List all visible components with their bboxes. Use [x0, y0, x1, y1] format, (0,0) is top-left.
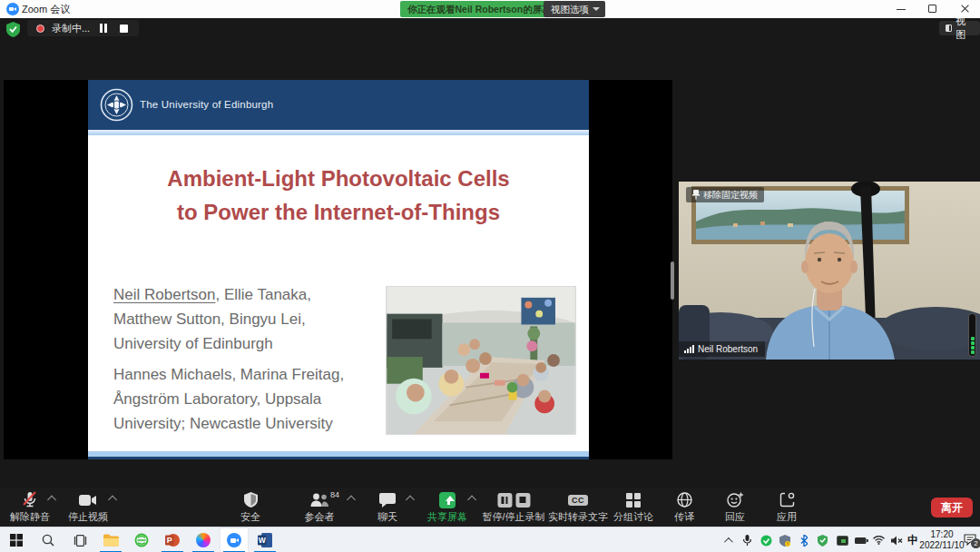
slide-footer-line: [88, 457, 589, 459]
pause-stop-recording-button[interactable]: 暂停/停止录制: [482, 491, 544, 524]
audio-level-meter: [968, 313, 976, 357]
authors-line: University; Newcastle University: [113, 411, 344, 436]
share-screen-icon: [439, 492, 456, 508]
search-icon: [42, 534, 54, 547]
participants-options-chevron[interactable]: [347, 496, 356, 505]
authors-line: Matthew Sutton, Bingyu Lei,: [113, 307, 344, 331]
file-explorer-button[interactable]: [96, 527, 125, 552]
remove-pin-button[interactable]: 移除固定视频: [686, 187, 764, 202]
slide-header-divider: [88, 130, 589, 135]
participant-name: Neil Robertson: [698, 344, 758, 354]
recording-label: 录制中...: [52, 22, 90, 35]
chat-options-chevron[interactable]: [406, 496, 415, 505]
tray-sync-app-icon[interactable]: [759, 527, 773, 552]
reactions-button[interactable]: 回应: [725, 491, 745, 524]
taskbar-clock[interactable]: 17:20 2022/11/10: [918, 529, 965, 551]
presenter-name: Neil Robertson: [113, 286, 215, 303]
participants-label: 参会者: [305, 510, 335, 524]
breakout-grid-icon: [626, 493, 641, 508]
chat-label: 聊天: [377, 510, 397, 524]
view-options-label: 视图选项: [551, 4, 589, 15]
authors-line: University of Edinburgh: [113, 331, 344, 356]
slide-title-line1: Ambient-Light Photovoltaic Cells: [88, 162, 589, 195]
stop-video-button[interactable]: 停止视频: [68, 491, 108, 524]
participants-icon: [309, 493, 329, 508]
close-button[interactable]: [951, 0, 978, 18]
window-title: Zoom 会议: [22, 3, 70, 16]
notification-center-button[interactable]: 2: [964, 533, 976, 549]
pause-record-icon: [497, 493, 512, 508]
view-layout-label: 视图: [956, 15, 974, 42]
view-layout-icon: [946, 25, 952, 32]
share-options-chevron[interactable]: [467, 496, 476, 505]
stop-recording-button[interactable]: [117, 22, 130, 34]
apps-icon: [779, 492, 795, 508]
zoom-app-icon: [227, 533, 241, 547]
reactions-label: 回应: [725, 510, 745, 524]
minimize-button[interactable]: [887, 0, 915, 18]
word-icon: W: [258, 533, 272, 547]
recording-indicator: 录制中...: [27, 20, 139, 36]
speaker-video-tile[interactable]: 移除固定视频 Neil Robertson: [679, 182, 980, 360]
word-button[interactable]: W: [250, 527, 279, 552]
security-label: 安全: [240, 510, 260, 524]
chat-button[interactable]: 聊天: [377, 491, 397, 524]
taskbar-search-button[interactable]: [34, 527, 63, 552]
tray-expand-button[interactable]: [720, 527, 734, 552]
security-shield-icon[interactable]: [6, 22, 20, 37]
pause-recording-button[interactable]: [97, 22, 110, 34]
slide-header-band: The University of Edinburgh: [88, 80, 589, 130]
maximize-button[interactable]: [919, 0, 946, 18]
authors-line: Hannes Michaels, Marina Freitag,: [113, 362, 344, 387]
task-view-icon: [74, 535, 87, 547]
start-button[interactable]: [2, 527, 31, 552]
live-transcription-button[interactable]: CC 实时转录文字: [548, 491, 608, 524]
tray-bluetooth-icon[interactable]: [797, 527, 811, 552]
powerpoint-icon: P: [165, 533, 180, 547]
slide-authors: Neil Robertson, Ellie Tanaka, Matthew Su…: [113, 282, 344, 436]
unmute-button[interactable]: 解除静音: [10, 491, 50, 524]
participant-name-label: Neil Robertson: [679, 341, 765, 357]
slide-title-line2: to Power the Internet-of-Things: [88, 195, 589, 229]
view-options-button[interactable]: 视图选项: [544, 1, 605, 17]
participants-count: 84: [330, 490, 339, 499]
security-button[interactable]: 安全: [240, 491, 260, 524]
internet-explorer-icon: [134, 533, 149, 547]
share-screen-button[interactable]: 共享屏幕: [427, 491, 467, 524]
clock-date: 2022/11/10: [918, 540, 965, 551]
breakout-rooms-button[interactable]: 分组讨论: [613, 491, 653, 524]
group-photo: [386, 286, 576, 435]
powerpoint-button[interactable]: P: [158, 527, 187, 552]
tray-antivirus-shield-icon[interactable]: [815, 527, 829, 552]
zoom-logo-icon: [6, 3, 19, 15]
zoom-app-button[interactable]: [220, 527, 249, 552]
file-explorer-icon: [103, 534, 119, 547]
tray-display-app-icon[interactable]: [834, 527, 850, 552]
microphone-muted-icon: [22, 491, 38, 508]
apps-button[interactable]: 应用: [777, 491, 797, 524]
pin-icon: [692, 190, 700, 200]
cc-icon: CC: [568, 495, 588, 506]
tray-microphone-icon[interactable]: [740, 527, 754, 552]
view-layout-button[interactable]: 视图: [939, 21, 980, 35]
tray-battery-icon[interactable]: [853, 527, 869, 552]
internet-explorer-button[interactable]: [127, 527, 156, 552]
panel-resize-handle[interactable]: [671, 261, 674, 300]
interpretation-button[interactable]: 传译: [674, 491, 694, 524]
unmute-label: 解除静音: [10, 510, 50, 524]
remove-pin-label: 移除固定视频: [703, 189, 758, 202]
tray-defender-icon[interactable]: !: [778, 527, 792, 552]
task-view-button[interactable]: [65, 527, 94, 552]
authors-line: Neil Robertson, Ellie Tanaka,: [113, 282, 344, 307]
apps-label: 应用: [777, 510, 797, 524]
slide-title: Ambient-Light Photovoltaic Cells to Powe…: [88, 162, 589, 229]
tray-wifi-icon[interactable]: [871, 527, 886, 552]
leave-meeting-button[interactable]: 离开: [931, 498, 973, 518]
tray-volume-muted-icon[interactable]: [889, 527, 904, 552]
connection-signal-icon: [684, 345, 694, 353]
firefox-icon: [196, 533, 211, 547]
globe-icon: [677, 492, 692, 508]
pause-stop-recording-label: 暂停/停止录制: [482, 510, 544, 524]
video-options-chevron[interactable]: [108, 496, 117, 505]
firefox-button[interactable]: [189, 527, 218, 552]
